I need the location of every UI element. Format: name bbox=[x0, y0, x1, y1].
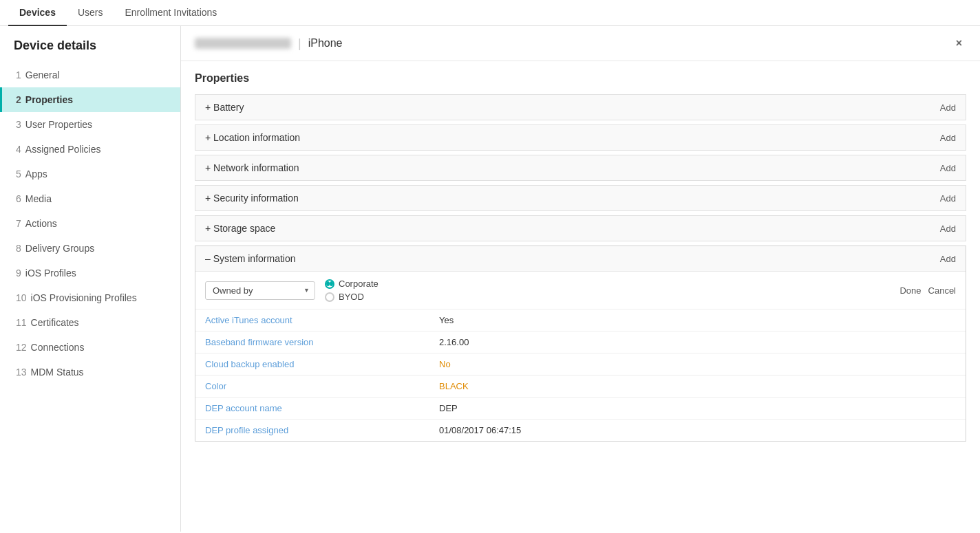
sidebar-item-num-3: 3 bbox=[16, 119, 21, 130]
sidebar-item-num-7: 7 bbox=[16, 218, 21, 229]
device-name-blurred bbox=[195, 38, 291, 49]
radio-byod[interactable]: BYOD bbox=[325, 292, 379, 302]
properties-container: Properties + Battery Add + Location info… bbox=[181, 61, 980, 457]
radio-byod-label: BYOD bbox=[339, 292, 364, 302]
prop-section-system-label: – System information bbox=[205, 253, 296, 264]
done-cancel-buttons: Done Cancel bbox=[899, 285, 956, 296]
sidebar-item-num-6: 6 bbox=[16, 193, 21, 204]
sidebar-item-general[interactable]: 1General bbox=[0, 63, 180, 87]
sidebar-item-media[interactable]: 6Media bbox=[0, 186, 180, 211]
prop-section-battery-header[interactable]: + Battery Add bbox=[195, 95, 966, 120]
prop-section-system: – System information Add Owned by bbox=[195, 246, 966, 442]
device-separator: | bbox=[298, 36, 301, 51]
sidebar-item-num-5: 5 bbox=[16, 168, 21, 180]
sidebar-item-assigned-policies[interactable]: 4Assigned Policies bbox=[0, 137, 180, 162]
prop-section-system-header[interactable]: – System information Add bbox=[195, 246, 966, 272]
system-info-content: Owned by Corporate bbox=[195, 272, 966, 441]
prop-section-security: + Security information Add bbox=[195, 185, 966, 211]
device-header: | iPhone × bbox=[181, 26, 980, 61]
data-label-dep-account: DEP account name bbox=[205, 403, 439, 413]
table-row: Color BLACK bbox=[195, 376, 966, 398]
data-value-cloud-backup: No bbox=[439, 359, 451, 369]
table-row: Cloud backup enabled No bbox=[195, 353, 966, 376]
prop-section-location-add[interactable]: Add bbox=[940, 133, 956, 143]
prop-section-storage: + Storage space Add bbox=[195, 215, 966, 241]
main-layout: Device details 1General 2Properties 3Use… bbox=[0, 26, 980, 532]
prop-section-storage-add[interactable]: Add bbox=[940, 224, 956, 234]
sidebar-item-delivery-groups[interactable]: 8Delivery Groups bbox=[0, 236, 180, 261]
prop-section-network-header[interactable]: + Network information Add bbox=[195, 155, 966, 180]
table-row: DEP account name DEP bbox=[195, 398, 966, 420]
sidebar-item-num-9: 9 bbox=[16, 268, 21, 279]
sidebar-item-user-properties[interactable]: 3User Properties bbox=[0, 112, 180, 137]
sidebar-item-num-8: 8 bbox=[16, 243, 21, 254]
sidebar-item-num-1: 1 bbox=[16, 69, 21, 80]
data-label-cloud-backup: Cloud backup enabled bbox=[205, 359, 439, 369]
prop-section-security-header[interactable]: + Security information Add bbox=[195, 186, 966, 210]
top-tabs-bar: Devices Users Enrollment Invitations bbox=[0, 0, 980, 26]
sidebar-item-num-4: 4 bbox=[16, 144, 21, 155]
content-area: | iPhone × Properties + Battery Add + Lo… bbox=[181, 26, 980, 532]
properties-title: Properties bbox=[195, 72, 966, 85]
prop-section-system-add[interactable]: Add bbox=[940, 254, 956, 264]
owned-by-select[interactable]: Owned by bbox=[205, 281, 315, 300]
prop-section-battery-label: + Battery bbox=[205, 102, 244, 113]
radio-circle-corporate bbox=[325, 279, 334, 289]
sidebar-item-apps[interactable]: 5Apps bbox=[0, 162, 180, 186]
sidebar-item-mdm-status[interactable]: 13MDM Status bbox=[0, 360, 180, 384]
tab-enrollment-invitations[interactable]: Enrollment Invitations bbox=[114, 0, 228, 26]
data-value-dep-profile: 01/08/2017 06:47:15 bbox=[439, 425, 521, 435]
data-label-dep-profile: DEP profile assigned bbox=[205, 425, 439, 435]
sidebar-item-num-13: 13 bbox=[16, 367, 27, 378]
data-label-color: Color bbox=[205, 381, 439, 391]
table-row: Baseband firmware version 2.16.00 bbox=[195, 331, 966, 353]
prop-section-location: + Location information Add bbox=[195, 124, 966, 151]
prop-section-security-add[interactable]: Add bbox=[940, 193, 956, 204]
tab-devices[interactable]: Devices bbox=[8, 0, 67, 26]
prop-section-storage-header[interactable]: + Storage space Add bbox=[195, 216, 966, 241]
prop-section-network-label: + Network information bbox=[205, 162, 299, 173]
tab-users[interactable]: Users bbox=[67, 0, 114, 26]
prop-section-network-add[interactable]: Add bbox=[940, 163, 956, 173]
sidebar-item-properties[interactable]: 2Properties bbox=[0, 87, 180, 112]
radio-group-ownership: Corporate BYOD bbox=[325, 279, 379, 302]
sidebar-item-num-11: 11 bbox=[16, 317, 27, 328]
table-row: DEP profile assigned 01/08/2017 06:47:15 bbox=[195, 420, 966, 441]
data-value-baseband: 2.16.00 bbox=[439, 337, 469, 347]
prop-section-network: + Network information Add bbox=[195, 155, 966, 181]
sidebar-item-num-2: 2 bbox=[16, 94, 21, 105]
sidebar-item-connections[interactable]: 12Connections bbox=[0, 335, 180, 360]
done-button[interactable]: Done bbox=[899, 285, 921, 296]
sidebar-title: Device details bbox=[0, 26, 180, 63]
close-button[interactable]: × bbox=[952, 36, 966, 51]
device-header-left: | iPhone bbox=[195, 36, 343, 51]
prop-section-battery: + Battery Add bbox=[195, 94, 966, 120]
data-value-dep-account: DEP bbox=[439, 403, 458, 413]
device-model: iPhone bbox=[308, 37, 343, 50]
owned-by-select-wrapper[interactable]: Owned by bbox=[205, 281, 315, 300]
sidebar-item-ios-profiles[interactable]: 9iOS Profiles bbox=[0, 261, 180, 285]
prop-section-security-label: + Security information bbox=[205, 193, 299, 204]
sidebar-item-num-10: 10 bbox=[16, 292, 27, 303]
owned-by-row: Owned by Corporate bbox=[195, 272, 966, 309]
sidebar: Device details 1General 2Properties 3Use… bbox=[0, 26, 181, 532]
radio-corporate-label: Corporate bbox=[339, 279, 379, 289]
radio-corporate[interactable]: Corporate bbox=[325, 279, 379, 289]
sidebar-item-ios-provisioning[interactable]: 10iOS Provisioning Profiles bbox=[0, 285, 180, 310]
cancel-button[interactable]: Cancel bbox=[928, 285, 956, 296]
data-label-active-itunes: Active iTunes account bbox=[205, 315, 439, 325]
prop-section-battery-add[interactable]: Add bbox=[940, 102, 956, 113]
sidebar-item-certificates[interactable]: 11Certificates bbox=[0, 310, 180, 335]
radio-circle-byod bbox=[325, 292, 334, 302]
table-row: Active iTunes account Yes bbox=[195, 309, 966, 331]
sidebar-item-num-12: 12 bbox=[16, 342, 27, 353]
sidebar-item-actions[interactable]: 7Actions bbox=[0, 211, 180, 236]
data-value-active-itunes: Yes bbox=[439, 315, 454, 325]
prop-section-location-header[interactable]: + Location information Add bbox=[195, 125, 966, 150]
data-label-baseband: Baseband firmware version bbox=[205, 337, 439, 347]
data-value-color: BLACK bbox=[439, 381, 469, 391]
prop-section-location-label: + Location information bbox=[205, 132, 300, 143]
prop-section-storage-label: + Storage space bbox=[205, 223, 275, 234]
